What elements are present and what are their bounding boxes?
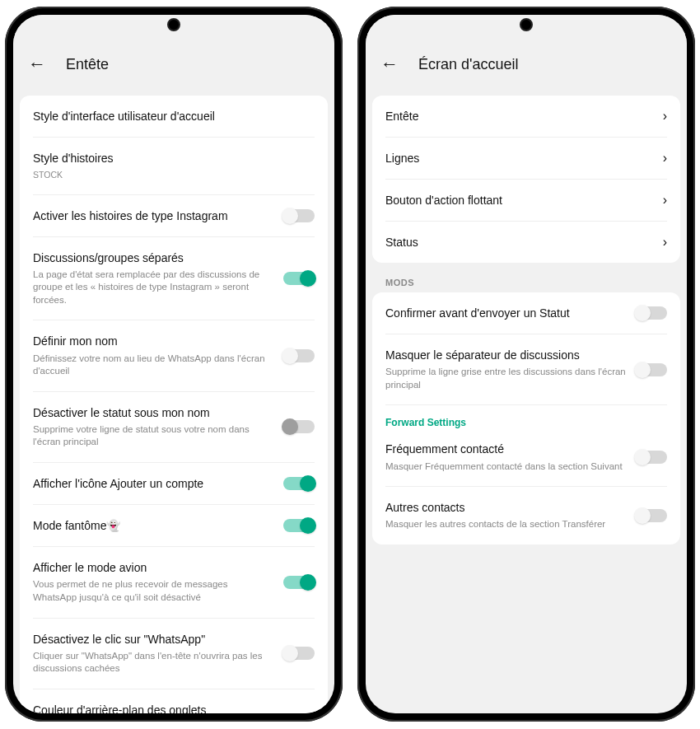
nav-item-bouton-d-action-flottant[interactable]: Bouton d'action flottant› xyxy=(385,180,667,222)
toggle-knob xyxy=(300,574,316,591)
row-main: Masquer le séparateur de discussionsSupp… xyxy=(385,348,626,391)
settings-row[interactable]: Fréquemment contactéMasquer Fréquemment … xyxy=(385,428,667,487)
row-main: Activer les histoires de type Instagram xyxy=(33,208,273,223)
toggle-switch[interactable] xyxy=(283,477,315,490)
row-title: Autres contacts xyxy=(385,500,626,515)
row-subtitle: La page d'état sera remplacée par des di… xyxy=(33,269,273,307)
toggle-switch[interactable] xyxy=(283,519,315,532)
toggle-switch[interactable] xyxy=(283,272,315,285)
page-title: Entête xyxy=(66,56,109,73)
row-title: Couleur d'arrière-plan des onglets xyxy=(33,703,259,713)
settings-row[interactable]: Définir mon nomDéfinissez votre nom au l… xyxy=(33,320,315,391)
row-subtitle: Masquer Fréquemment contacté dans la sec… xyxy=(385,460,626,474)
chevron-right-icon: › xyxy=(663,193,667,208)
toggle-knob xyxy=(634,305,651,321)
row-main: Autres contactsMasquer les autres contac… xyxy=(385,500,626,531)
toggle-knob xyxy=(282,348,298,364)
row-main: Désactiver le statut sous mon nomSupprim… xyxy=(33,405,273,449)
row-main: Désactivez le clic sur "WhatsApp"Cliquer… xyxy=(33,632,273,675)
row-subtitle: Supprime votre ligne de statut sous votr… xyxy=(33,423,273,449)
nav-item-ent-te[interactable]: Entête› xyxy=(385,96,667,138)
mods-section-label: MODS xyxy=(372,263,680,292)
toggle-switch[interactable] xyxy=(283,576,315,589)
toggle-switch[interactable] xyxy=(283,209,315,222)
toggle-knob xyxy=(300,270,316,287)
row-subtitle: Vous permet de ne plus recevoir de messa… xyxy=(33,578,273,604)
row-main: Mode fantôme👻 xyxy=(33,518,273,533)
row-title: Mode fantôme👻 xyxy=(33,518,273,533)
toggle-switch[interactable] xyxy=(636,451,667,464)
toggle-knob xyxy=(300,475,316,492)
row-title: Afficher le mode avion xyxy=(33,560,273,575)
toggle-knob xyxy=(634,449,651,465)
settings-row[interactable]: Afficher le mode avionVous permet de ne … xyxy=(33,547,315,618)
chevron-right-icon: › xyxy=(663,235,667,250)
settings-row[interactable]: Confirmer avant d'envoyer un Statut xyxy=(385,292,667,334)
settings-row[interactable]: Désactiver le statut sous mon nomSupprim… xyxy=(33,392,315,463)
row-main: Style d'interface utilisateur d'accueil xyxy=(33,109,315,124)
chevron-right-icon: › xyxy=(663,109,667,124)
toggle-switch[interactable] xyxy=(636,363,667,376)
toggle-switch[interactable] xyxy=(283,647,315,660)
row-main: Afficher l'icône Ajouter un compte xyxy=(33,476,273,491)
row-main: Discussions/groupes séparésLa page d'éta… xyxy=(33,250,273,307)
row-main: Style d'histoiresSTOCK xyxy=(33,151,315,180)
row-subtitle: STOCK xyxy=(33,169,315,180)
front-camera xyxy=(520,18,533,31)
row-title: Désactiver le statut sous mon nom xyxy=(33,405,273,420)
phone-right: ← Écran d'accueil Entête›Lignes›Bouton d… xyxy=(357,7,695,722)
nav-item-status[interactable]: Status› xyxy=(385,222,667,263)
settings-row[interactable]: Afficher l'icône Ajouter un compte xyxy=(33,463,315,505)
front-camera xyxy=(167,18,180,31)
toggle-switch[interactable] xyxy=(636,509,667,522)
page-title: Écran d'accueil xyxy=(418,56,519,73)
settings-row[interactable]: Activer les histoires de type Instagram xyxy=(33,195,315,237)
row-subtitle: Supprime la ligne grise entre les discus… xyxy=(385,366,626,391)
toggle-knob xyxy=(282,418,298,435)
row-title: Désactivez le clic sur "WhatsApp" xyxy=(33,632,273,647)
row-title: Fréquemment contacté xyxy=(385,442,626,456)
row-subtitle: Définissez votre nom au lieu de WhatsApp… xyxy=(33,353,273,378)
toggle-knob xyxy=(282,645,298,661)
nav-item-lignes[interactable]: Lignes› xyxy=(385,138,667,180)
settings-row[interactable]: Style d'interface utilisateur d'accueil xyxy=(33,96,315,138)
content-right: Entête›Lignes›Bouton d'action flottant›S… xyxy=(366,84,687,713)
toggle-knob xyxy=(282,208,298,224)
screen-right: ← Écran d'accueil Entête›Lignes›Bouton d… xyxy=(366,15,687,713)
back-arrow-icon[interactable]: ← xyxy=(380,54,399,75)
settings-row[interactable]: Couleur d'arrière-plan des ongletsChange… xyxy=(33,689,315,713)
row-subtitle: Masquer les autres contacts de la sectio… xyxy=(385,518,626,531)
settings-row[interactable]: Style d'histoiresSTOCK xyxy=(33,138,315,194)
forward-settings-label: Forward Settings xyxy=(385,405,667,428)
screen-left: ← Entête Style d'interface utilisateur d… xyxy=(13,15,334,713)
settings-row[interactable]: Discussions/groupes séparésLa page d'éta… xyxy=(33,237,315,321)
settings-row[interactable]: Masquer le séparateur de discussionsSupp… xyxy=(385,334,667,405)
row-main: Fréquemment contactéMasquer Fréquemment … xyxy=(385,442,626,473)
nav-card: Entête›Lignes›Bouton d'action flottant›S… xyxy=(372,96,680,263)
toggle-switch[interactable] xyxy=(636,306,667,320)
toggle-knob xyxy=(634,507,651,524)
row-title: Style d'histoires xyxy=(33,151,315,166)
nav-label: Status xyxy=(385,236,418,249)
chevron-right-icon: › xyxy=(663,151,667,166)
toggle-knob xyxy=(300,517,316,534)
toggle-switch[interactable] xyxy=(283,349,315,362)
toggle-knob xyxy=(634,362,651,378)
row-title: Discussions/groupes séparés xyxy=(33,250,273,265)
nav-label: Lignes xyxy=(385,152,419,165)
row-main: Définir mon nomDéfinissez votre nom au l… xyxy=(33,334,273,377)
row-main: Couleur d'arrière-plan des ongletsChange… xyxy=(33,703,259,713)
mods-card: Confirmer avant d'envoyer un StatutMasqu… xyxy=(372,292,680,544)
settings-row[interactable]: Autres contactsMasquer les autres contac… xyxy=(385,487,667,544)
row-title: Style d'interface utilisateur d'accueil xyxy=(33,109,315,124)
header: ← Écran d'accueil xyxy=(366,44,687,84)
row-title: Masquer le séparateur de discussions xyxy=(385,348,626,362)
back-arrow-icon[interactable]: ← xyxy=(28,54,46,75)
settings-row[interactable]: Désactivez le clic sur "WhatsApp"Cliquer… xyxy=(33,619,315,689)
settings-row[interactable]: Mode fantôme👻 xyxy=(33,505,315,547)
row-subtitle: Cliquer sur "WhatsApp" dans l'en-tête n'… xyxy=(33,650,273,675)
content-left: Style d'interface utilisateur d'accueilS… xyxy=(13,84,334,713)
toggle-switch[interactable] xyxy=(283,420,315,433)
row-title: Afficher l'icône Ajouter un compte xyxy=(33,476,273,491)
nav-label: Bouton d'action flottant xyxy=(385,194,502,207)
